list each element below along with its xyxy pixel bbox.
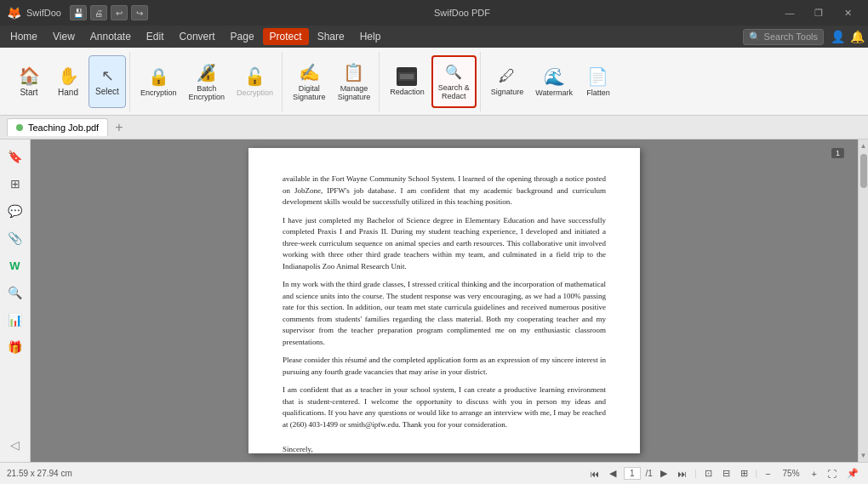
page-next-btn[interactable]: ▶ <box>658 467 670 480</box>
notification-icon[interactable]: 🔔 <box>850 30 865 43</box>
svg-rect-1 <box>400 74 414 79</box>
select-icon: ↖ <box>101 66 114 85</box>
bookmark-panel-btn[interactable]: 🔖 <box>3 145 27 168</box>
manage-signature-tool-btn[interactable]: 📋 ManageSignature <box>333 55 376 108</box>
scroll-up-arrow[interactable]: ▲ <box>858 140 868 152</box>
menu-item-home[interactable]: Home <box>3 28 44 45</box>
save-quick-btn[interactable]: 💾 <box>70 5 87 20</box>
scroll-thumb[interactable] <box>860 154 867 188</box>
toolbar-group-redact: Redaction 🔍 Search &Redact <box>381 52 481 111</box>
page-prev-btn[interactable]: ◀ <box>607 467 619 480</box>
status-bar: 21.59 x 27.94 cm ⏮ ◀ 1 /1 ▶ ⏭ | ⊡ ⊟ ⊞ | … <box>0 462 868 484</box>
search-tools-input[interactable]: 🔍 Search Tools <box>743 29 824 45</box>
menu-item-help[interactable]: Help <box>353 28 388 45</box>
toolbar-group-protect: 🖊 Signature 🌊 Watermark 📄 Flatten <box>483 52 620 111</box>
search-tools-icon: 🔍 <box>749 31 761 43</box>
close-btn[interactable]: ✕ <box>834 0 861 26</box>
current-page-display[interactable]: 1 <box>624 467 641 480</box>
doc-para-3: In my work with the third grade classes,… <box>283 279 606 348</box>
toolbar: 🏠 Start ✋ Hand ↖ Select 🔒 Encryption 🔏 B… <box>0 48 868 116</box>
tab-bar: Teaching Job.pdf + <box>0 116 868 140</box>
doc-area: available in the Fort Wayne Community Sc… <box>31 140 858 462</box>
batch-encryption-icon: 🔏 <box>196 62 217 83</box>
doc-para-2: I have just completed my Bachelor of Sci… <box>283 215 606 273</box>
manage-signature-icon: 📋 <box>343 62 364 83</box>
toolbar-group-encryption: 🔒 Encryption 🔏 BatchEncryption 🔓 Decrypt… <box>132 52 283 111</box>
flatten-tool-btn[interactable]: 📄 Flatten <box>580 55 617 108</box>
digital-signature-tool-btn[interactable]: ✍ DigitalSignature <box>288 55 331 108</box>
encryption-icon: 🔒 <box>148 66 169 87</box>
page-last-btn[interactable]: ⏭ <box>675 468 689 480</box>
undo-quick-btn[interactable]: ↩ <box>111 5 128 20</box>
zoom-out-btn[interactable]: − <box>762 468 773 480</box>
doc-page: available in the Fort Wayne Community Sc… <box>248 148 640 453</box>
toolbar-group-basic: 🏠 Start ✋ Hand ↖ Select <box>7 52 130 111</box>
start-tool-btn[interactable]: 🏠 Start <box>10 55 48 108</box>
pin-btn[interactable]: 📌 <box>844 467 861 480</box>
menu-item-edit[interactable]: Edit <box>140 28 171 45</box>
start-icon: 🏠 <box>19 65 40 86</box>
fit-width-btn[interactable]: ⊟ <box>720 467 733 480</box>
menu-item-protect[interactable]: Protect <box>263 28 309 45</box>
search-redact-tool-btn[interactable]: 🔍 Search &Redact <box>431 55 477 108</box>
tab-label: Teaching Job.pdf <box>28 122 99 133</box>
menu-bar: Home View Annotate Edit Convert Page Pro… <box>0 26 868 48</box>
app-icon: 🦊 <box>7 6 21 20</box>
doc-tab-teaching-job[interactable]: Teaching Job.pdf <box>7 118 108 136</box>
redaction-tool-btn[interactable]: Redaction <box>385 55 430 108</box>
redaction-icon <box>397 67 417 86</box>
right-scrollbar: ▲ ▼ <box>858 140 868 462</box>
collapse-left-btn[interactable]: ◁ <box>3 433 27 457</box>
user-icon[interactable]: 👤 <box>831 30 845 43</box>
gift-panel-btn[interactable]: 🎁 <box>3 335 27 359</box>
menu-item-annotate[interactable]: Annotate <box>83 28 138 45</box>
watermark-tool-btn[interactable]: 🌊 Watermark <box>530 55 578 108</box>
decryption-tool-btn[interactable]: 🔓 Decryption <box>231 55 278 108</box>
fit-page-btn[interactable]: ⊡ <box>702 467 715 480</box>
zoom-level: 75% <box>779 469 804 478</box>
window-title: SwifDoo PDF <box>153 8 771 18</box>
doc-para-5: I am confident that as a teacher in your… <box>283 384 606 430</box>
total-pages-display: /1 <box>646 469 653 478</box>
select-tool-btn[interactable]: ↖ Select <box>89 55 126 108</box>
hand-tool-btn[interactable]: ✋ Hand <box>49 55 87 108</box>
doc-para-4: Please consider this résumé and the comp… <box>283 355 606 378</box>
minimize-btn[interactable]: — <box>776 0 803 26</box>
batch-encryption-tool-btn[interactable]: 🔏 BatchEncryption <box>184 55 231 108</box>
tab-status-dot <box>16 124 23 131</box>
menu-item-share[interactable]: Share <box>311 28 351 45</box>
main-area: 🔖 ⊞ 💬 📎 W 🔍 📊 🎁 ◁ available in the Fort … <box>0 140 868 462</box>
signature-icon: 🖊 <box>499 66 516 86</box>
menu-item-convert[interactable]: Convert <box>173 28 222 45</box>
search-redact-icon: 🔍 <box>443 63 464 82</box>
comments-panel-btn[interactable]: 💬 <box>3 199 27 223</box>
encryption-tool-btn[interactable]: 🔒 Encryption <box>135 55 182 108</box>
search-panel-btn[interactable]: 🔍 <box>3 281 27 305</box>
title-bar: 🦊 SwifDoo 💾 🖨 ↩ ↪ SwifDoo PDF — ❐ ✕ <box>0 0 868 26</box>
watermark-icon: 🌊 <box>544 66 565 87</box>
flatten-icon: 📄 <box>587 66 608 87</box>
app-name: SwifDoo <box>26 8 61 18</box>
menu-item-view[interactable]: View <box>46 28 82 45</box>
maximize-btn[interactable]: ❐ <box>805 0 832 26</box>
attachments-panel-btn[interactable]: 📎 <box>3 226 27 250</box>
menu-item-page[interactable]: Page <box>224 28 261 45</box>
doc-para-1: available in the Fort Wayne Community Sc… <box>283 174 606 208</box>
signature-tool-btn[interactable]: 🖊 Signature <box>486 55 529 108</box>
redo-quick-btn[interactable]: ↪ <box>131 5 148 20</box>
doc-para-6: Sincerely, <box>283 444 606 453</box>
page-first-btn[interactable]: ⏮ <box>587 468 602 480</box>
fullscreen-btn[interactable]: ⛶ <box>825 468 839 480</box>
digital-signature-icon: ✍ <box>299 62 320 83</box>
doc-dimensions: 21.59 x 27.94 cm <box>7 469 72 478</box>
hand-icon: ✋ <box>58 65 79 86</box>
fit-height-btn[interactable]: ⊞ <box>738 467 751 480</box>
word-panel-btn[interactable]: W <box>3 253 27 277</box>
zoom-in-btn[interactable]: + <box>809 468 819 480</box>
add-tab-btn[interactable]: + <box>111 120 126 135</box>
chart-panel-btn[interactable]: 📊 <box>3 308 27 332</box>
decryption-icon: 🔓 <box>244 66 266 87</box>
print-quick-btn[interactable]: 🖨 <box>90 5 107 20</box>
pages-panel-btn[interactable]: ⊞ <box>3 172 27 196</box>
scroll-down-arrow[interactable]: ▼ <box>858 449 868 462</box>
